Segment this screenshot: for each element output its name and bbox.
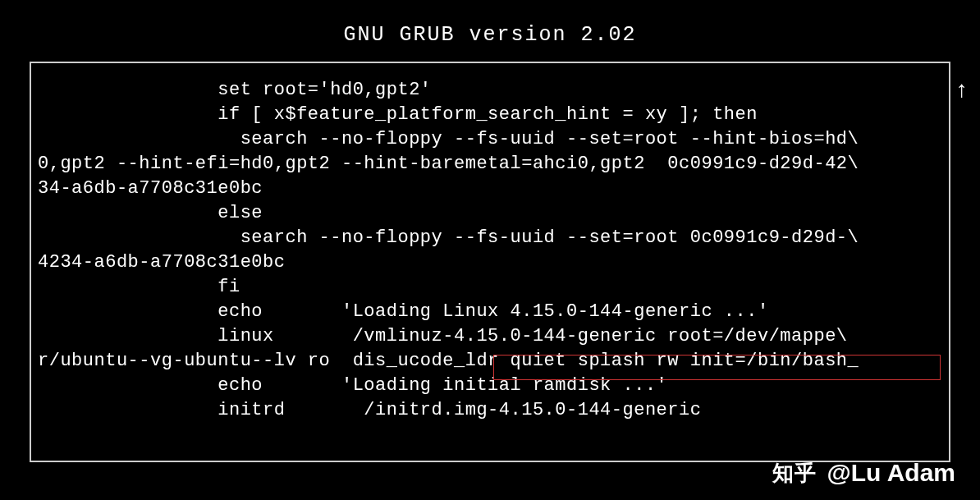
zhihu-logo-icon: 知乎: [770, 461, 819, 484]
grub-title: GNU GRUB version 2.02: [0, 0, 980, 62]
grub-line: echo 'Loading initial ramdisk ...': [38, 375, 667, 396]
grub-line: fi: [38, 277, 240, 297]
grub-line: echo 'Loading Linux 4.15.0-144-generic .…: [38, 301, 769, 322]
grub-line: initrd /initrd.img-4.15.0-144-generic: [38, 400, 701, 420]
scroll-up-arrow-icon: ↑: [955, 78, 969, 103]
grub-line: set root='hd0,gpt2': [38, 80, 432, 100]
grub-line: else: [38, 203, 263, 223]
grub-editor[interactable]: ↑ set root='hd0,gpt2' if [ x$feature_pla…: [30, 62, 950, 462]
grub-line: linux /vmlinuz-4.15.0-144-generic root=/…: [38, 326, 848, 346]
watermark: 知乎 @Lu Adam: [770, 459, 955, 487]
grub-config-text[interactable]: set root='hd0,gpt2' if [ x$feature_platf…: [38, 78, 942, 423]
grub-line: 34-a6db-a7708c31e0bc: [38, 178, 263, 199]
watermark-author: @Lu Adam: [827, 459, 955, 487]
grub-line: if [ x$feature_platform_search_hint = xy…: [38, 104, 758, 125]
grub-line: search --no-floppy --fs-uuid --set=root …: [38, 227, 859, 248]
grub-line: 0,gpt2 --hint-efi=hd0,gpt2 --hint-bareme…: [38, 154, 859, 174]
grub-line: r/ubuntu--vg-ubuntu--lv ro dis_ucode_ldr…: [38, 351, 859, 371]
grub-line: 4234-a6db-a7708c31e0bc: [38, 252, 285, 273]
grub-line: search --no-floppy --fs-uuid --set=root …: [38, 129, 859, 149]
